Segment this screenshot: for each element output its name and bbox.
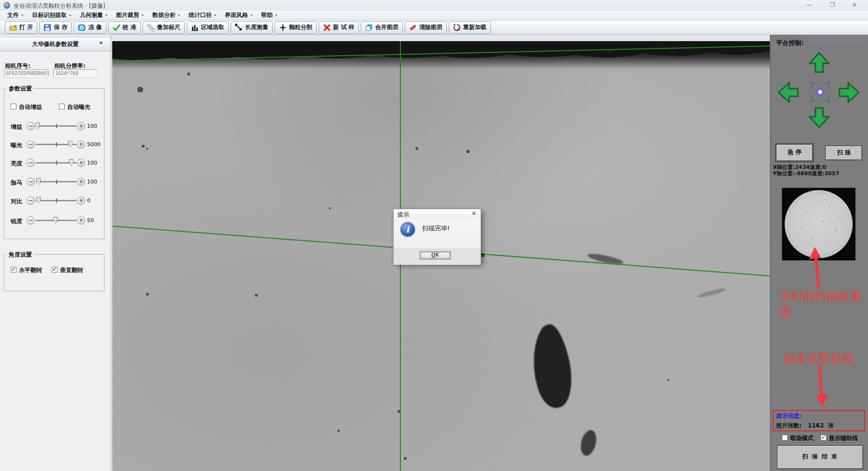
crosshair-icon bbox=[279, 24, 287, 31]
stitch-annotation: 超多张数拼接 bbox=[784, 350, 868, 366]
hflip-label: 水平翻转 bbox=[19, 266, 42, 274]
region-select-button[interactable]: 区域选取 bbox=[187, 21, 229, 34]
slider-track[interactable] bbox=[36, 162, 76, 164]
chevron-down-icon: ▾ bbox=[69, 13, 71, 17]
photo-count-line: 照片张数: 1162 张 bbox=[776, 422, 862, 430]
guides-checkbox[interactable] bbox=[821, 435, 826, 441]
slider-thumb[interactable] bbox=[36, 178, 41, 185]
menubar: 文件▾ 目标识别提取▾ 几何测量▾ 图片裁剪▾ 数据分析▾ 统计口径▾ 界面风格… bbox=[0, 11, 868, 20]
platform-down-button[interactable] bbox=[808, 106, 830, 129]
menu-geometry-measure[interactable]: 几何测量▾ bbox=[75, 11, 112, 20]
decrease-button[interactable]: − bbox=[27, 159, 35, 167]
layers-icon bbox=[365, 24, 373, 31]
menu-target-extract[interactable]: 目标识别提取▾ bbox=[28, 11, 75, 20]
toolbar: 打 开 保 存 冻 像 校 准 叠加标尺 区域选取 长度测量 颗粒分割 新 试 … bbox=[0, 20, 868, 35]
bar-chart-icon bbox=[191, 24, 199, 31]
dialog-ok-button[interactable]: OK bbox=[420, 251, 451, 259]
platform-up-button[interactable] bbox=[808, 51, 830, 74]
down-arrow-icon bbox=[809, 108, 829, 127]
scan-preview-image[interactable] bbox=[782, 188, 855, 260]
minimize-button[interactable]: — bbox=[798, 0, 820, 10]
slider-value: 100 bbox=[87, 179, 97, 185]
increase-button[interactable]: + bbox=[77, 122, 85, 130]
save-button[interactable]: 保 存 bbox=[39, 21, 72, 34]
increase-button[interactable]: + bbox=[77, 216, 85, 225]
eraser-pencil-icon bbox=[409, 24, 417, 31]
hflip-checkbox[interactable] bbox=[11, 267, 16, 273]
chevron-down-icon: ▾ bbox=[21, 13, 23, 17]
close-button[interactable]: ✕ bbox=[844, 0, 865, 10]
slider-thumb[interactable] bbox=[69, 159, 74, 166]
freeze-button[interactable]: 冻 像 bbox=[74, 21, 106, 34]
vflip-label: 垂直翻转 bbox=[60, 266, 83, 274]
slider-track[interactable] bbox=[36, 181, 76, 182]
auto-gain-checkbox[interactable] bbox=[11, 104, 16, 109]
menu-statistic-standard[interactable]: 统计口径▾ bbox=[184, 11, 221, 20]
platform-center-target[interactable] bbox=[811, 83, 829, 101]
increase-button[interactable]: + bbox=[77, 197, 85, 205]
merge-layers-button[interactable]: 合并图层 bbox=[361, 21, 403, 34]
new-sample-button[interactable]: 新 试 样 bbox=[319, 21, 359, 34]
reload-button[interactable]: 重新加载 bbox=[449, 21, 491, 34]
titlebar: 全自动清洁度颗粒分析系统 - [摄像] — ❐ ✕ bbox=[0, 0, 868, 11]
info-highlight-box: 提示信息: 照片张数: 1162 张 bbox=[773, 410, 865, 431]
platform-left-button[interactable] bbox=[777, 81, 799, 104]
center-tick bbox=[56, 124, 57, 128]
increase-button[interactable]: + bbox=[77, 159, 85, 167]
slider-thumb[interactable] bbox=[35, 122, 40, 129]
exposure-slider-row: 曝光 − + 5000 bbox=[0, 139, 111, 150]
chevron-down-icon: ▾ bbox=[105, 13, 107, 17]
dialog-title: 提示 bbox=[397, 211, 409, 219]
darkfield-checkbox[interactable] bbox=[782, 435, 788, 441]
chevron-down-icon: ▾ bbox=[214, 13, 216, 17]
clear-layers-button[interactable]: 清除图层 bbox=[405, 21, 447, 34]
length-measure-button[interactable]: 长度测量 bbox=[231, 21, 273, 34]
menu-label: 文件 bbox=[7, 11, 19, 19]
decrease-button[interactable]: − bbox=[27, 216, 35, 225]
auto-exposure-checkbox[interactable] bbox=[59, 104, 65, 109]
message-dialog: 提示 ✕ i 扫描完毕! OK bbox=[393, 209, 481, 264]
menu-label: 统计口径 bbox=[189, 11, 212, 19]
dialog-titlebar: 提示 ✕ bbox=[394, 209, 481, 219]
menu-data-analysis[interactable]: 数据分析▾ bbox=[148, 11, 184, 20]
scan-button[interactable]: 扫 描 bbox=[825, 146, 862, 160]
slider-value: 50 bbox=[87, 217, 94, 224]
overlay-ruler-button[interactable]: 叠加标尺 bbox=[143, 21, 185, 34]
window-title: 全自动清洁度颗粒分析系统 - [摄像] bbox=[14, 2, 105, 10]
slider-thumb[interactable] bbox=[36, 197, 41, 204]
button-label: 校 准 bbox=[123, 23, 136, 31]
scan-end-button[interactable]: 扫 描 结 束 bbox=[777, 445, 863, 469]
open-button[interactable]: 打 开 bbox=[5, 21, 37, 34]
menu-image-crop[interactable]: 图片裁剪▾ bbox=[112, 11, 148, 20]
vflip-checkbox[interactable] bbox=[52, 267, 58, 273]
particle-split-button[interactable]: 颗粒分割 bbox=[275, 21, 317, 34]
button-label: 长度测量 bbox=[245, 23, 268, 31]
slider-track[interactable] bbox=[36, 220, 76, 221]
decrease-button[interactable]: − bbox=[27, 122, 35, 130]
platform-right-button[interactable] bbox=[838, 81, 860, 104]
slider-track[interactable] bbox=[36, 200, 76, 201]
slider-track[interactable] bbox=[36, 144, 76, 145]
slider-track[interactable] bbox=[36, 125, 76, 127]
slider-thumb[interactable] bbox=[68, 141, 73, 148]
panel-collapse-button[interactable]: » bbox=[99, 39, 106, 46]
restore-button[interactable]: ❐ bbox=[822, 0, 843, 10]
menu-ui-style[interactable]: 界面风格▾ bbox=[221, 11, 257, 20]
auto-exposure-label: 自动曝光 bbox=[67, 103, 90, 111]
resolution-field[interactable]: 1024*768 bbox=[53, 69, 98, 78]
decrease-button[interactable]: − bbox=[27, 178, 35, 186]
menu-help[interactable]: 帮助▾ bbox=[257, 11, 281, 20]
decrease-button[interactable]: − bbox=[27, 197, 35, 205]
darkfield-label: 暗场模式 bbox=[790, 434, 813, 442]
button-label: 冻 像 bbox=[88, 23, 102, 31]
panel-header: 大华像机参数设置 bbox=[0, 37, 111, 51]
menu-file[interactable]: 文件▾ bbox=[3, 11, 28, 20]
increase-button[interactable]: + bbox=[77, 140, 85, 149]
increase-button[interactable]: + bbox=[77, 178, 85, 186]
decrease-button[interactable]: − bbox=[27, 140, 35, 149]
emergency-stop-button[interactable]: 急 停 bbox=[776, 144, 813, 161]
center-tick bbox=[56, 142, 57, 147]
camera-serial-field[interactable]: 6F027EDPAKD0001 bbox=[4, 69, 48, 78]
dialog-close-button[interactable]: ✕ bbox=[470, 210, 478, 217]
calibrate-button[interactable]: 校 准 bbox=[108, 21, 141, 34]
